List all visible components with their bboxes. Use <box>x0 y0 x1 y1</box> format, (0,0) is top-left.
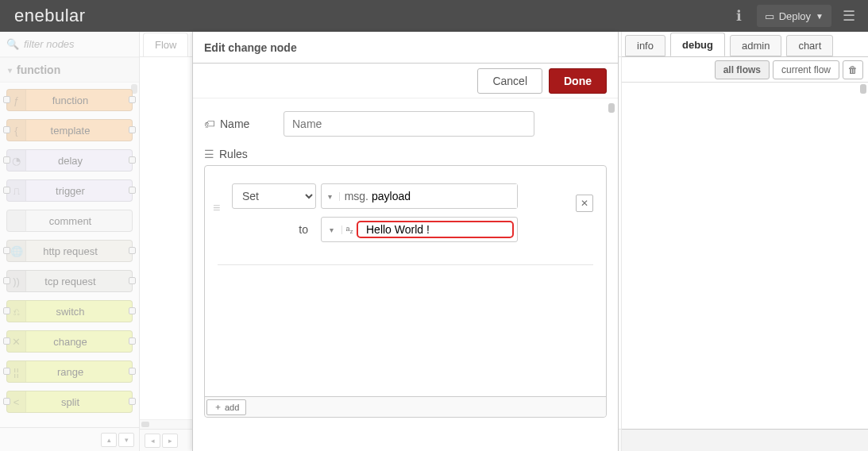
tab-label: chart <box>798 40 821 52</box>
remove-rule-button[interactable]: ✕ <box>576 195 593 212</box>
form-row-rules-label: ☰ Rules <box>204 148 607 160</box>
button-label: all flows <box>723 64 761 75</box>
value-field[interactable]: ▾ az <box>321 217 518 242</box>
sidebar: info debug admin chart all flows current… <box>622 32 868 451</box>
value-input[interactable] <box>360 223 511 236</box>
to-label: to <box>232 223 316 236</box>
button-label: current flow <box>781 64 831 75</box>
rules-footer: ＋ add <box>205 396 606 417</box>
tab-info[interactable]: info <box>625 35 665 56</box>
type-selector-icon[interactable]: ▾ <box>322 192 340 201</box>
add-label: add <box>225 403 239 412</box>
close-icon: ✕ <box>581 198 588 209</box>
list-icon: ☰ <box>204 148 214 160</box>
tab-admin[interactable]: admin <box>730 35 781 56</box>
deploy-button[interactable]: ▭ Deploy ▼ <box>757 5 831 27</box>
cancel-button[interactable]: Cancel <box>477 68 542 94</box>
add-rule-button[interactable]: ＋ add <box>206 399 246 415</box>
debug-clear-button[interactable]: 🗑 <box>843 60 863 79</box>
plus-icon: ＋ <box>214 401 222 413</box>
edit-node-tray: Edit change node Cancel Done 🏷 Name ☰ Ru… <box>192 32 619 451</box>
info-icon[interactable]: ℹ <box>728 5 750 27</box>
scrollbar-thumb[interactable] <box>608 103 615 113</box>
tab-label: debug <box>682 39 713 51</box>
debug-all-flows-button[interactable]: all flows <box>715 60 770 79</box>
brand-logo: enebular <box>14 6 722 26</box>
rule-row-property: Set ▾ msg. <box>218 183 593 209</box>
tab-chart[interactable]: chart <box>786 35 833 56</box>
scrollbar-thumb[interactable] <box>860 84 866 94</box>
trash-icon: 🗑 <box>848 64 858 75</box>
rule-action-select[interactable]: Set <box>232 183 316 209</box>
sidebar-footer <box>622 429 868 451</box>
type-selector-icon[interactable]: ▾ <box>322 226 342 234</box>
tray-actions: Cancel Done <box>193 64 618 98</box>
deploy-icon: ▭ <box>765 10 774 22</box>
debug-toolbar: all flows current flow 🗑 <box>622 57 868 83</box>
debug-message-panel <box>622 83 868 429</box>
property-input[interactable] <box>372 184 517 208</box>
drag-handle-icon[interactable]: ≡ <box>213 201 220 215</box>
string-type-icon: az <box>342 225 357 235</box>
deploy-label: Deploy <box>779 10 811 22</box>
done-button[interactable]: Done <box>549 68 607 94</box>
app-header: enebular ℹ ▭ Deploy ▼ ☰ <box>0 0 868 32</box>
tray-title: Edit change node <box>193 32 618 64</box>
rules-list: ≡ ✕ Set ▾ msg. to <box>205 166 606 396</box>
tray-body: 🏷 Name ☰ Rules ≡ ✕ Set <box>193 98 618 451</box>
form-row-name: 🏷 Name <box>204 111 607 137</box>
msg-prefix: msg. <box>340 190 372 202</box>
annotation-highlight <box>357 221 514 238</box>
node-name-input[interactable] <box>284 111 534 137</box>
debug-current-flow-button[interactable]: current flow <box>773 60 839 79</box>
rule-item: ≡ ✕ Set ▾ msg. to <box>218 183 593 265</box>
tab-label: info <box>637 40 654 52</box>
sidebar-tabs: info debug admin chart <box>622 32 868 57</box>
tab-label: admin <box>742 40 770 52</box>
rule-row-value: to ▾ az <box>218 217 593 242</box>
tab-debug[interactable]: debug <box>670 33 725 56</box>
menu-icon[interactable]: ☰ <box>838 5 860 27</box>
name-label: Name <box>220 118 249 130</box>
property-field[interactable]: ▾ msg. <box>321 183 518 209</box>
rules-label: Rules <box>219 148 248 160</box>
rules-container: ≡ ✕ Set ▾ msg. to <box>204 165 607 418</box>
chevron-down-icon: ▼ <box>816 12 824 21</box>
tag-icon: 🏷 <box>204 118 215 130</box>
